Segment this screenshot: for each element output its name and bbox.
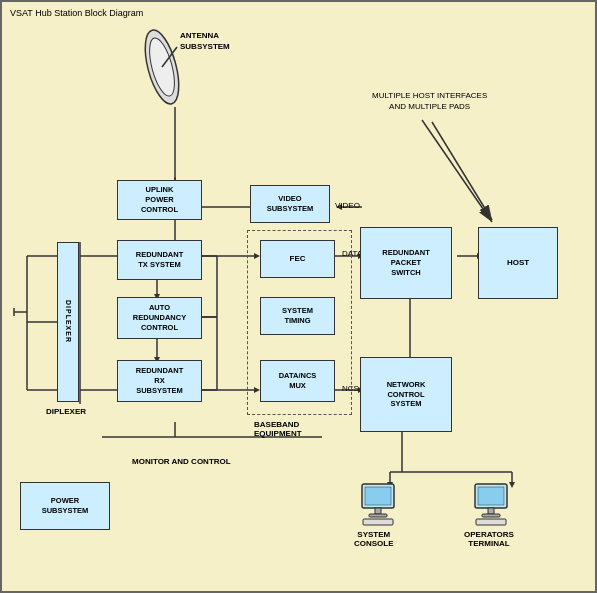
diagram-title: VSAT Hub Station Block Diagram	[10, 8, 143, 18]
svg-rect-65	[482, 514, 500, 517]
redundant-tx-box: REDUNDANTTX SYSTEM	[117, 240, 202, 280]
multiple-host-label: MULTIPLE HOST INTERFACESAND MULTIPLE PAD…	[372, 90, 487, 112]
system-timing-box: SYSTEMTIMING	[260, 297, 335, 335]
video-subsystem-box: VIDEOSUBSYSTEM	[250, 185, 330, 223]
diplexer-box: DIPLEXER	[57, 242, 79, 402]
svg-rect-64	[488, 508, 494, 514]
svg-line-3	[422, 120, 492, 222]
svg-rect-59	[375, 508, 381, 514]
uplink-power-control-box: UPLINKPOWERCONTROL	[117, 180, 202, 220]
operators-terminal-icon	[470, 482, 515, 529]
svg-rect-60	[369, 514, 387, 517]
auto-redundancy-box: AUTOREDUNDANCYCONTROL	[117, 297, 202, 339]
power-subsystem-box: POWERSUBSYSTEM	[20, 482, 110, 530]
network-control-system-box: NETWORKCONTROLSYSTEM	[360, 357, 452, 432]
monitor-control-label: MONITOR AND CONTROL	[132, 457, 231, 466]
redundant-rx-box: REDUNDANTRXSUBSYSTEM	[117, 360, 202, 402]
diplexer-label: DIPLEXER	[46, 407, 86, 416]
host-box: HOST	[478, 227, 558, 299]
data-ncs-mux-box: DATA/NCSMUX	[260, 360, 335, 402]
system-console-icon	[357, 482, 402, 529]
baseband-equipment-label: BASEBANDEQUIPMENT	[254, 420, 302, 438]
operators-terminal-label: OPERATORSTERMINAL	[464, 530, 514, 548]
ncs-label: NCS	[342, 384, 359, 393]
svg-line-54	[432, 122, 492, 220]
fec-box: FEC	[260, 240, 335, 278]
redundant-packet-switch-box: REDUNDANTPACKETSWITCH	[360, 227, 452, 299]
svg-rect-66	[476, 519, 506, 525]
main-diagram: VSAT Hub Station Block Diagram ANTENNASU…	[0, 0, 597, 593]
system-console-label: SYSTEMCONSOLE	[354, 530, 394, 548]
svg-rect-63	[478, 487, 504, 505]
video-label: VIDEO	[335, 201, 360, 210]
antenna-subsystem-label: ANTENNASUBSYSTEM	[180, 30, 230, 52]
svg-rect-61	[363, 519, 393, 525]
svg-rect-58	[365, 487, 391, 505]
